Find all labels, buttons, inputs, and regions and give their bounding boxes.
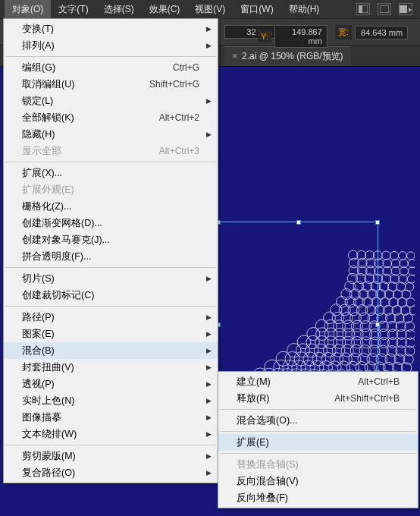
svg-point-227 (407, 275, 415, 283)
menu-item[interactable]: 剪切蒙版(M)▶ (4, 448, 218, 464)
menu-item-shortcut: Alt+Shift+Ctrl+B (334, 392, 400, 404)
menu-item-label: 反向堆叠(F) (237, 492, 288, 504)
menu-item[interactable]: 排列(A)▶ (4, 37, 218, 54)
menubar: 对象(O) 文字(T) 选择(S) 效果(C) 视图(V) 窗口(W) 帮助(H… (0, 0, 420, 18)
svg-point-226 (399, 275, 408, 284)
separator (5, 445, 216, 445)
handle-n[interactable] (296, 220, 301, 225)
menu-item[interactable]: 复合路径(O)▶ (4, 464, 218, 481)
menu-item-label: 显示全部 (22, 145, 61, 157)
submenu-arrow-icon: ▶ (206, 467, 212, 479)
menu-item[interactable]: 图案(E)▶ (4, 326, 218, 342)
menu-item[interactable]: 创建对象马赛克(J)... (4, 231, 218, 248)
menu-item-label: 全部解锁(K) (22, 112, 74, 124)
menu-item[interactable]: 创建裁切标记(C) (4, 287, 218, 304)
menu-item[interactable]: 建立(M)Alt+Ctrl+B (218, 373, 418, 390)
workspace-icon[interactable] (399, 3, 412, 15)
submenu-arrow-icon: ▶ (206, 450, 212, 462)
submenu-arrow-icon: ▶ (206, 395, 212, 407)
handle-e[interactable] (375, 322, 380, 327)
menu-item-label: 变换(T) (22, 23, 54, 35)
menu-item-shortcut: Alt+Ctrl+2 (159, 112, 199, 124)
submenu-arrow-icon: ▶ (206, 411, 212, 423)
menu-window[interactable]: 窗口(W) (233, 0, 281, 19)
layout-icon[interactable] (356, 3, 370, 15)
menu-type[interactable]: 文字(T) (51, 0, 96, 19)
menu-item-label: 排列(A) (22, 39, 55, 52)
menu-item-label: 拼合透明度(F)... (22, 250, 91, 263)
menu-item[interactable]: 混合选项(O)... (218, 412, 418, 429)
menu-item[interactable]: 拼合透明度(F)... (4, 248, 218, 265)
menu-effect[interactable]: 效果(C) (142, 0, 188, 19)
menu-item[interactable]: 图像描摹▶ (4, 409, 218, 426)
menu-item-label: 替换混合轴(S) (237, 458, 299, 470)
menu-item[interactable]: 编组(G)Ctrl+G (4, 59, 218, 76)
object-menu: 变换(T)▶排列(A)▶编组(G)Ctrl+G取消编组(U)Shift+Ctrl… (3, 18, 218, 483)
menu-item-label: 释放(R) (237, 392, 269, 404)
menu-item[interactable]: 创建渐变网格(D)... (4, 215, 218, 231)
menu-item[interactable]: 文本绕排(W)▶ (4, 426, 218, 442)
svg-point-218 (396, 282, 406, 291)
menu-item-label: 扩展(X)... (22, 167, 62, 179)
menu-item[interactable]: 锁定(L)▶ (4, 93, 218, 109)
menu-item-shortcut: Alt+Ctrl+B (358, 376, 400, 388)
menu-item-label: 创建裁切标记(C) (22, 289, 94, 301)
doc-tab-active[interactable]: × 2.ai @ 150% (RGB/预览) (224, 46, 351, 66)
menu-item[interactable]: 实时上色(N)▶ (4, 392, 218, 409)
handle-ne[interactable] (375, 220, 380, 225)
y-label: Y: (258, 30, 271, 42)
window-icon[interactable] (378, 3, 391, 15)
menu-item[interactable]: 封套扭曲(V)▶ (4, 359, 218, 376)
menu-item-label: 锁定(L) (22, 95, 53, 107)
menu-item-label: 剪切蒙版(M) (22, 450, 76, 462)
svg-rect-3 (400, 5, 407, 13)
doc-tab-title: 2.ai @ 150% (RGB/预览) (242, 50, 343, 63)
submenu-arrow-icon: ▶ (206, 95, 212, 107)
submenu-arrow-icon: ▶ (206, 428, 212, 440)
menu-item[interactable]: 栅格化(Z)... (4, 198, 218, 215)
menu-item[interactable]: 变换(T)▶ (4, 20, 218, 37)
menu-help[interactable]: 帮助(H) (281, 0, 328, 19)
menu-item-label: 复合路径(O) (22, 467, 75, 479)
separator (220, 409, 416, 410)
menu-item-label: 混合选项(O)... (237, 414, 297, 426)
svg-rect-2 (380, 5, 389, 13)
menu-item[interactable]: 隐藏(H)▶ (4, 126, 218, 143)
svg-point-249 (390, 251, 399, 260)
menu-item[interactable]: 混合(B)▶ (4, 342, 218, 359)
menu-item[interactable]: 切片(S)▶ (4, 270, 218, 287)
menu-item[interactable]: 释放(R)Alt+Shift+Ctrl+B (218, 390, 418, 407)
close-icon[interactable]: × (232, 51, 237, 61)
menu-item[interactable]: 反向混合轴(V) (218, 473, 418, 489)
menu-item[interactable]: 取消编组(U)Shift+Ctrl+G (4, 76, 218, 93)
menu-item[interactable]: 扩展(X)... (4, 165, 218, 181)
menu-object[interactable]: 对象(O) (5, 0, 51, 19)
menu-item[interactable]: 路径(P)▶ (4, 309, 218, 326)
menu-item-label: 图案(E) (22, 328, 55, 340)
svg-point-251 (407, 252, 415, 260)
menu-item-label: 封套扭曲(V) (22, 361, 74, 373)
menu-item-label: 切片(S) (22, 272, 55, 285)
menu-item-label: 取消编组(U) (22, 78, 74, 90)
menu-item-shortcut: Alt+Ctrl+3 (159, 145, 199, 157)
separator (5, 267, 216, 268)
menu-item[interactable]: 扩展(E) (218, 434, 418, 451)
menu-item[interactable]: 全部解锁(K)Alt+Ctrl+2 (4, 109, 218, 126)
menu-item-label: 路径(P) (22, 311, 55, 323)
menu-item[interactable]: 反向堆叠(F) (218, 489, 418, 506)
separator (5, 56, 216, 57)
submenu-arrow-icon: ▶ (206, 361, 212, 373)
menu-item-label: 实时上色(N) (22, 395, 74, 407)
menu-item[interactable]: 透视(P)▶ (4, 376, 218, 392)
menu-item-label: 建立(M) (237, 376, 271, 388)
w-value[interactable]: 84.643 mm (355, 26, 408, 39)
svg-point-203 (406, 298, 415, 307)
menu-item-label: 混合(B) (22, 345, 55, 357)
menu-select[interactable]: 选择(S) (96, 0, 142, 19)
menu-item-label: 文本绕排(W) (22, 428, 77, 440)
svg-point-243 (408, 260, 415, 268)
menu-view[interactable]: 视图(V) (187, 0, 233, 19)
menu-item: 显示全部Alt+Ctrl+3 (4, 143, 218, 159)
y-value[interactable]: 149.867 mm (274, 25, 328, 48)
separator (220, 453, 416, 454)
